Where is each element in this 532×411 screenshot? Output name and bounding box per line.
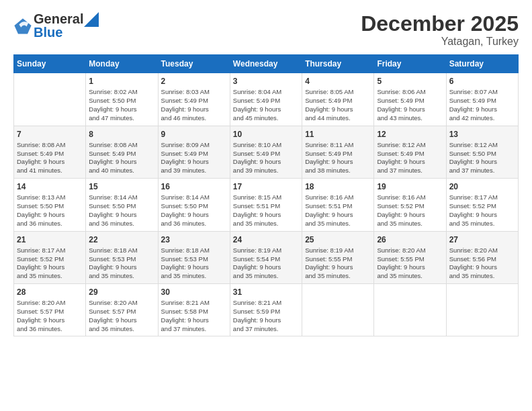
calendar-cell: 8Sunrise: 8:08 AM Sunset: 5:49 PM Daylig… bbox=[86, 126, 158, 178]
day-info: Sunrise: 8:08 AM Sunset: 5:49 PM Dayligh… bbox=[17, 141, 83, 175]
calendar-header-row: SundayMondayTuesdayWednesdayThursdayFrid… bbox=[14, 55, 519, 73]
calendar-cell: 7Sunrise: 8:08 AM Sunset: 5:49 PM Daylig… bbox=[14, 126, 86, 178]
day-info: Sunrise: 8:20 AM Sunset: 5:57 PM Dayligh… bbox=[17, 299, 83, 333]
day-info: Sunrise: 8:04 AM Sunset: 5:49 PM Dayligh… bbox=[233, 88, 299, 122]
calendar-cell: 23Sunrise: 8:18 AM Sunset: 5:53 PM Dayli… bbox=[158, 231, 230, 283]
day-info: Sunrise: 8:18 AM Sunset: 5:53 PM Dayligh… bbox=[161, 246, 227, 281]
day-number: 5 bbox=[377, 76, 443, 87]
calendar-cell: 24Sunrise: 8:19 AM Sunset: 5:54 PM Dayli… bbox=[230, 231, 302, 283]
calendar-cell: 1Sunrise: 8:02 AM Sunset: 5:50 PM Daylig… bbox=[86, 73, 158, 126]
day-number: 10 bbox=[233, 129, 299, 140]
calendar-cell: 30Sunrise: 8:21 AM Sunset: 5:58 PM Dayli… bbox=[158, 283, 230, 336]
calendar-cell: 22Sunrise: 8:18 AM Sunset: 5:53 PM Dayli… bbox=[86, 231, 158, 283]
calendar-cell: 10Sunrise: 8:10 AM Sunset: 5:49 PM Dayli… bbox=[230, 126, 302, 178]
day-info: Sunrise: 8:19 AM Sunset: 5:54 PM Dayligh… bbox=[233, 246, 299, 281]
day-number: 11 bbox=[305, 129, 371, 140]
day-info: Sunrise: 8:12 AM Sunset: 5:50 PM Dayligh… bbox=[449, 141, 515, 175]
main-title: December 2025 bbox=[361, 12, 519, 36]
day-number: 31 bbox=[233, 287, 299, 298]
day-number: 4 bbox=[305, 76, 371, 87]
day-number: 13 bbox=[449, 129, 515, 140]
day-number: 19 bbox=[377, 181, 443, 192]
calendar-week-row: 7Sunrise: 8:08 AM Sunset: 5:49 PM Daylig… bbox=[14, 126, 519, 178]
day-info: Sunrise: 8:21 AM Sunset: 5:59 PM Dayligh… bbox=[233, 299, 299, 333]
day-number: 27 bbox=[449, 234, 515, 245]
calendar-cell: 3Sunrise: 8:04 AM Sunset: 5:49 PM Daylig… bbox=[230, 73, 302, 126]
calendar-cell: 31Sunrise: 8:21 AM Sunset: 5:59 PM Dayli… bbox=[230, 283, 302, 336]
day-info: Sunrise: 8:10 AM Sunset: 5:49 PM Dayligh… bbox=[233, 141, 299, 175]
calendar-header-tuesday: Tuesday bbox=[158, 55, 230, 73]
calendar-cell: 25Sunrise: 8:19 AM Sunset: 5:55 PM Dayli… bbox=[302, 231, 374, 283]
day-number: 9 bbox=[161, 129, 227, 140]
day-info: Sunrise: 8:14 AM Sunset: 5:50 PM Dayligh… bbox=[89, 193, 154, 228]
calendar-header-monday: Monday bbox=[86, 55, 158, 73]
day-number: 3 bbox=[233, 76, 299, 87]
day-number: 8 bbox=[89, 129, 154, 140]
calendar-week-row: 28Sunrise: 8:20 AM Sunset: 5:57 PM Dayli… bbox=[14, 283, 519, 336]
day-info: Sunrise: 8:18 AM Sunset: 5:53 PM Dayligh… bbox=[89, 246, 154, 281]
day-number: 18 bbox=[305, 181, 371, 192]
calendar-cell: 16Sunrise: 8:14 AM Sunset: 5:50 PM Dayli… bbox=[158, 179, 230, 231]
calendar-cell: 2Sunrise: 8:03 AM Sunset: 5:49 PM Daylig… bbox=[158, 73, 230, 126]
calendar-cell bbox=[14, 73, 86, 126]
day-number: 22 bbox=[89, 234, 154, 245]
subtitle: Yatagan, Turkey bbox=[361, 36, 519, 48]
day-number: 28 bbox=[17, 287, 83, 298]
day-info: Sunrise: 8:09 AM Sunset: 5:49 PM Dayligh… bbox=[161, 141, 227, 175]
svg-marker-0 bbox=[14, 19, 31, 34]
day-info: Sunrise: 8:07 AM Sunset: 5:49 PM Dayligh… bbox=[449, 88, 515, 122]
day-info: Sunrise: 8:21 AM Sunset: 5:58 PM Dayligh… bbox=[161, 299, 227, 333]
header: General Blue December 2025 Yatagan, Turk… bbox=[13, 12, 519, 48]
day-number: 16 bbox=[161, 181, 227, 192]
logo: General Blue bbox=[13, 12, 99, 39]
day-number: 20 bbox=[449, 181, 515, 192]
calendar-cell: 4Sunrise: 8:05 AM Sunset: 5:49 PM Daylig… bbox=[302, 73, 374, 126]
calendar-cell: 27Sunrise: 8:20 AM Sunset: 5:56 PM Dayli… bbox=[446, 231, 518, 283]
day-number: 2 bbox=[161, 76, 227, 87]
title-block: December 2025 Yatagan, Turkey bbox=[361, 12, 519, 48]
calendar-cell: 9Sunrise: 8:09 AM Sunset: 5:49 PM Daylig… bbox=[158, 126, 230, 178]
day-info: Sunrise: 8:11 AM Sunset: 5:49 PM Dayligh… bbox=[305, 141, 371, 175]
calendar-cell: 26Sunrise: 8:20 AM Sunset: 5:55 PM Dayli… bbox=[374, 231, 446, 283]
calendar-cell: 14Sunrise: 8:13 AM Sunset: 5:50 PM Dayli… bbox=[14, 179, 86, 231]
calendar-header-friday: Friday bbox=[374, 55, 446, 73]
day-number: 15 bbox=[89, 181, 154, 192]
day-number: 14 bbox=[17, 181, 83, 192]
day-number: 17 bbox=[233, 181, 299, 192]
calendar-cell: 13Sunrise: 8:12 AM Sunset: 5:50 PM Dayli… bbox=[446, 126, 518, 178]
day-info: Sunrise: 8:19 AM Sunset: 5:55 PM Dayligh… bbox=[305, 246, 371, 281]
calendar-cell: 12Sunrise: 8:12 AM Sunset: 5:49 PM Dayli… bbox=[374, 126, 446, 178]
day-number: 21 bbox=[17, 234, 83, 245]
day-info: Sunrise: 8:06 AM Sunset: 5:49 PM Dayligh… bbox=[377, 88, 443, 122]
day-info: Sunrise: 8:17 AM Sunset: 5:52 PM Dayligh… bbox=[17, 246, 83, 281]
calendar-cell bbox=[302, 283, 374, 336]
day-info: Sunrise: 8:12 AM Sunset: 5:49 PM Dayligh… bbox=[377, 141, 443, 175]
svg-marker-2 bbox=[84, 12, 99, 27]
day-info: Sunrise: 8:02 AM Sunset: 5:50 PM Dayligh… bbox=[89, 88, 154, 122]
logo-icon bbox=[13, 16, 32, 35]
calendar-header-saturday: Saturday bbox=[446, 55, 518, 73]
day-info: Sunrise: 8:16 AM Sunset: 5:52 PM Dayligh… bbox=[377, 193, 443, 228]
calendar-cell: 5Sunrise: 8:06 AM Sunset: 5:49 PM Daylig… bbox=[374, 73, 446, 126]
calendar-cell: 20Sunrise: 8:17 AM Sunset: 5:52 PM Dayli… bbox=[446, 179, 518, 231]
day-number: 7 bbox=[17, 129, 83, 140]
calendar-table: SundayMondayTuesdayWednesdayThursdayFrid… bbox=[13, 54, 519, 336]
day-info: Sunrise: 8:20 AM Sunset: 5:56 PM Dayligh… bbox=[449, 246, 515, 281]
day-number: 23 bbox=[161, 234, 227, 245]
calendar-cell: 6Sunrise: 8:07 AM Sunset: 5:49 PM Daylig… bbox=[446, 73, 518, 126]
day-info: Sunrise: 8:17 AM Sunset: 5:52 PM Dayligh… bbox=[449, 193, 515, 228]
calendar-week-row: 1Sunrise: 8:02 AM Sunset: 5:50 PM Daylig… bbox=[14, 73, 519, 126]
calendar-cell: 18Sunrise: 8:16 AM Sunset: 5:51 PM Dayli… bbox=[302, 179, 374, 231]
day-number: 30 bbox=[161, 287, 227, 298]
calendar-cell: 15Sunrise: 8:14 AM Sunset: 5:50 PM Dayli… bbox=[86, 179, 158, 231]
day-info: Sunrise: 8:16 AM Sunset: 5:51 PM Dayligh… bbox=[305, 193, 371, 228]
page: General Blue December 2025 Yatagan, Turk… bbox=[0, 0, 532, 411]
calendar-cell: 21Sunrise: 8:17 AM Sunset: 5:52 PM Dayli… bbox=[14, 231, 86, 283]
logo-triangle-icon bbox=[84, 12, 99, 27]
calendar-cell: 19Sunrise: 8:16 AM Sunset: 5:52 PM Dayli… bbox=[374, 179, 446, 231]
logo-blue: Blue bbox=[34, 26, 99, 39]
day-number: 26 bbox=[377, 234, 443, 245]
day-info: Sunrise: 8:20 AM Sunset: 5:55 PM Dayligh… bbox=[377, 246, 443, 281]
day-number: 29 bbox=[89, 287, 154, 298]
day-info: Sunrise: 8:15 AM Sunset: 5:51 PM Dayligh… bbox=[233, 193, 299, 228]
